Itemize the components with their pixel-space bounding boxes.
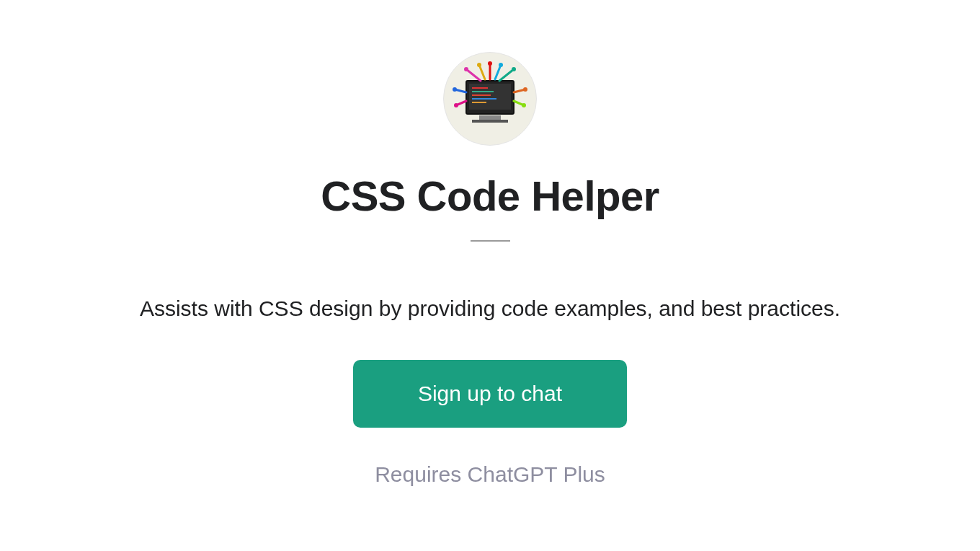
page-title: CSS Code Helper — [321, 172, 659, 220]
gpt-avatar — [443, 52, 537, 146]
svg-point-24 — [453, 87, 457, 92]
svg-point-18 — [488, 61, 492, 66]
svg-point-19 — [499, 63, 503, 67]
svg-point-21 — [512, 67, 516, 71]
monitor-code-burst-icon — [450, 59, 530, 138]
svg-rect-2 — [479, 115, 501, 120]
gpt-description: Assists with CSS design by providing cod… — [140, 296, 840, 321]
svg-rect-3 — [472, 120, 508, 123]
svg-point-20 — [477, 63, 481, 67]
signup-button[interactable]: Sign up to chat — [353, 360, 627, 428]
requirement-note: Requires ChatGPT Plus — [375, 462, 605, 487]
svg-point-23 — [523, 87, 527, 92]
svg-point-25 — [522, 103, 526, 107]
svg-point-26 — [454, 103, 458, 107]
svg-line-11 — [479, 65, 485, 79]
divider — [471, 240, 510, 242]
svg-point-22 — [464, 67, 468, 71]
svg-line-12 — [499, 69, 514, 81]
svg-line-10 — [495, 65, 501, 79]
svg-line-13 — [466, 69, 481, 81]
